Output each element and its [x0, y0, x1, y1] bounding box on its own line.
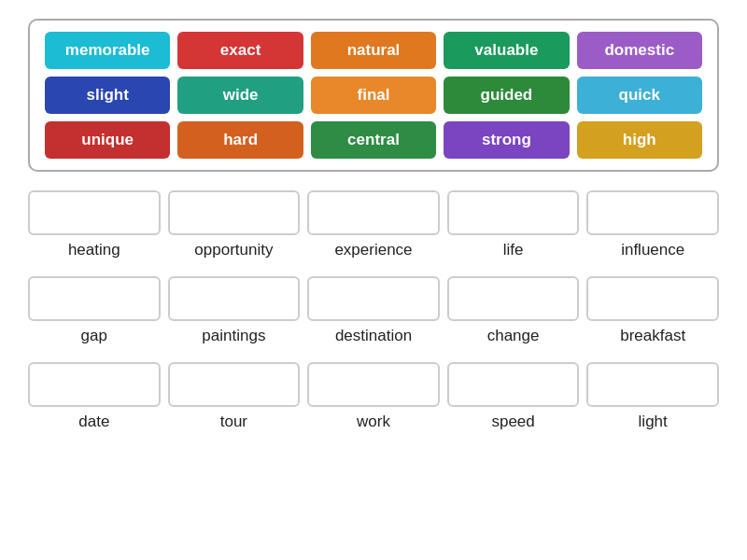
- word-tile-wide[interactable]: wide: [177, 77, 303, 114]
- label-heating: heating: [28, 239, 161, 261]
- drop-section: heatingopportunityexperiencelifeinfluenc…: [28, 190, 719, 448]
- drop-box-1-4[interactable]: [586, 276, 719, 321]
- label-light: light: [586, 411, 719, 433]
- drop-box-2-0[interactable]: [28, 362, 161, 407]
- drop-box-0-4[interactable]: [586, 190, 719, 235]
- word-tile-hard[interactable]: hard: [177, 121, 303, 159]
- label-row-0: heatingopportunityexperiencelifeinfluenc…: [28, 239, 719, 261]
- drop-row-2: [28, 362, 719, 407]
- label-date: date: [28, 411, 161, 433]
- label-row-1: gappaintingsdestinationchangebreakfast: [28, 325, 719, 347]
- word-bank: memorableexactnaturalvaluabledomesticsli…: [28, 19, 719, 172]
- drop-box-1-3[interactable]: [447, 276, 580, 321]
- drop-box-0-2[interactable]: [307, 190, 440, 235]
- drop-box-0-3[interactable]: [447, 190, 580, 235]
- drop-box-0-1[interactable]: [168, 190, 301, 235]
- word-tile-domestic[interactable]: domestic: [577, 32, 702, 69]
- label-work: work: [307, 411, 440, 433]
- label-row-2: datetourworkspeedlight: [28, 411, 719, 433]
- label-breakfast: breakfast: [586, 325, 719, 347]
- word-tile-exact[interactable]: exact: [177, 32, 303, 69]
- word-tile-valuable[interactable]: valuable: [444, 32, 569, 69]
- word-tile-final[interactable]: final: [311, 77, 436, 114]
- label-influence: influence: [586, 239, 719, 261]
- label-opportunity: opportunity: [168, 239, 301, 261]
- label-destination: destination: [307, 325, 440, 347]
- word-tile-high[interactable]: high: [577, 121, 702, 159]
- drop-box-1-1[interactable]: [168, 276, 301, 321]
- drop-box-2-2[interactable]: [307, 362, 440, 407]
- word-tile-memorable[interactable]: memorable: [45, 32, 170, 69]
- label-experience: experience: [307, 239, 440, 261]
- drop-box-2-3[interactable]: [447, 362, 580, 407]
- label-paintings: paintings: [168, 325, 301, 347]
- word-tile-central[interactable]: central: [311, 121, 436, 159]
- label-life: life: [447, 239, 580, 261]
- word-tile-natural[interactable]: natural: [311, 32, 436, 69]
- drop-box-0-0[interactable]: [28, 190, 161, 235]
- word-tile-guided[interactable]: guided: [444, 77, 569, 114]
- drop-box-1-2[interactable]: [307, 276, 440, 321]
- label-tour: tour: [168, 411, 301, 433]
- drop-row-0: [28, 190, 719, 235]
- word-tile-unique[interactable]: unique: [45, 121, 170, 159]
- word-tile-quick[interactable]: quick: [577, 77, 702, 114]
- drop-box-2-1[interactable]: [168, 362, 301, 407]
- drop-box-2-4[interactable]: [586, 362, 719, 407]
- label-gap: gap: [28, 325, 161, 347]
- word-tile-strong[interactable]: strong: [444, 121, 569, 159]
- drop-box-1-0[interactable]: [28, 276, 161, 321]
- drop-row-1: [28, 276, 719, 321]
- label-change: change: [447, 325, 580, 347]
- word-tile-slight[interactable]: slight: [45, 77, 170, 114]
- label-speed: speed: [447, 411, 580, 433]
